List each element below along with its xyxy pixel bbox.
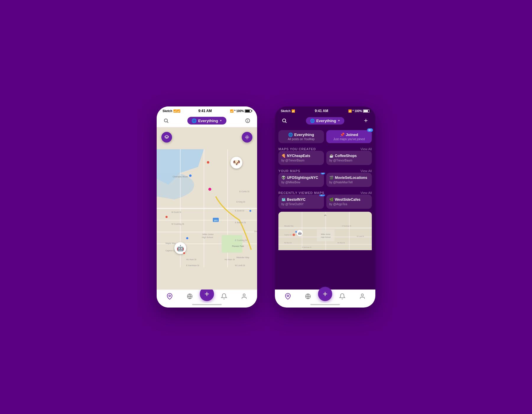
bell-icon	[221, 293, 227, 301]
joined-emoji: 📌	[340, 132, 345, 137]
everything-title: 🌐 Everything	[288, 132, 314, 137]
left-status-bar: Sketch 📶📶 9:41 AM 📶 * 100%	[157, 106, 257, 114]
search-button[interactable]	[161, 116, 171, 125]
westsidecafes-title: 🌿 WestSideCafes	[329, 198, 369, 202]
map-dot-blue-3	[249, 210, 251, 212]
tab-explore[interactable]	[180, 293, 200, 301]
right-tab-profile[interactable]	[352, 293, 372, 301]
nycheapeats-emoji: 🍕	[281, 154, 286, 158]
created-header: MAPS YOU CREATED View All	[278, 147, 372, 151]
right-tab-notifications[interactable]	[332, 293, 352, 301]
map-dot-red-3	[183, 252, 185, 254]
svg-text:🤖: 🤖	[298, 231, 302, 235]
svg-point-37	[246, 136, 249, 139]
svg-text:E Scott St: E Scott St	[235, 210, 244, 212]
svg-point-65	[287, 295, 289, 297]
created-view-all[interactable]: View All	[361, 147, 372, 151]
svg-text:Meander Way: Meander Way	[284, 225, 293, 227]
nycheapeats-title: 🍕 NYCheapEats	[281, 154, 321, 158]
filter-pill-left[interactable]: 🌐 Everything ▼	[187, 117, 226, 124]
right-search-button[interactable]	[280, 116, 289, 125]
recent-header: RECENTLY VIEWED MAPS View All	[278, 191, 372, 195]
filter-label-left: Everything	[198, 119, 218, 123]
movieset-emoji: 🎬	[329, 176, 334, 180]
avatar-dog: 🐶	[231, 157, 242, 169]
right-map-pin-icon	[285, 293, 291, 301]
right-filter-label: Everything	[316, 119, 336, 123]
right-status-bar: Sketch 📶 9:41 AM 📶 * 100%	[275, 106, 375, 114]
svg-point-67	[361, 294, 363, 296]
card-movieset[interactable]: 🎬 MovieSetLocations by @NateManTell	[326, 173, 372, 187]
svg-text:Miller Junior: Miller Junior	[321, 233, 330, 235]
svg-text:Ho Hum St: Ho Hum St	[225, 258, 235, 261]
maps-panel: 🌐 Everything All posts on YouMap 9+ 📌 Jo…	[275, 127, 375, 290]
left-nav-bar: 🌐 Everything ▼	[157, 114, 257, 127]
tab-profile[interactable]	[234, 293, 254, 301]
svg-text:E Marion St: E Marion St	[235, 221, 246, 224]
coffeeshops-sub: by @TrevorBaum	[329, 159, 369, 162]
right-tab-bar: +	[275, 290, 375, 303]
right-tab-map[interactable]	[278, 293, 298, 301]
chevron-down-icon: ▼	[220, 119, 222, 122]
right-globe-icon	[305, 293, 311, 301]
map-view[interactable]: Chehalis River E Curtis St E King St E S…	[157, 127, 257, 290]
expand-chevron-icon: ⌃	[323, 214, 327, 220]
home-indicator-right	[275, 303, 375, 308]
right-plus-icon: +	[323, 289, 327, 299]
svg-text:E Harriman St: E Harriman St	[342, 225, 351, 227]
svg-text:High School: High School	[202, 236, 213, 239]
user-icon	[241, 293, 247, 301]
card-bestofnyc[interactable]: 9+ 🗺️ BestofNYC by @TimeOutNY	[278, 195, 324, 209]
svg-text:Miller Junior: Miller Junior	[202, 233, 214, 235]
your-maps-cards-row: 3 👽 UFOSightingsNYC by @MikeBew 🎬 MovieS…	[278, 173, 372, 187]
maps-created-section: MAPS YOU CREATED View All 🍕 NYCheapEats …	[278, 146, 372, 165]
card-nycheapeats[interactable]: 🍕 NYCheapEats by @TrevorBaum	[278, 151, 324, 165]
right-plus-button[interactable]: +	[361, 116, 371, 125]
right-add-button[interactable]: +	[318, 287, 332, 301]
svg-rect-51	[317, 229, 335, 241]
svg-text:Chehalis River: Chehalis River	[173, 175, 188, 178]
bestofnyc-sub: by @TimeOutNY	[281, 203, 321, 206]
svg-line-1	[167, 122, 168, 122]
svg-rect-13	[222, 235, 242, 253]
svg-text:Meander Way: Meander Way	[236, 256, 249, 259]
svg-point-38	[169, 295, 171, 297]
battery-indicator: 📶 * 100%	[230, 109, 251, 113]
svg-point-64	[295, 231, 297, 233]
left-tab-bar: +	[157, 290, 257, 303]
card-ufo[interactable]: 3 👽 UFOSightingsNYC by @MikeBew	[278, 173, 324, 187]
map-dot-blue-2	[186, 237, 188, 239]
svg-point-40	[243, 294, 245, 296]
signal-indicator: Sketch 📶📶	[163, 109, 180, 113]
filter-everything[interactable]: 🌐 Everything All posts on YouMap	[278, 130, 324, 143]
right-filter-pill[interactable]: 🌐 Everything ▼	[306, 117, 344, 124]
svg-text:W Cushing St: W Cushing St	[171, 223, 184, 225]
your-maps-view-all[interactable]: View All	[361, 169, 372, 173]
bestofnyc-badge: 9+	[319, 195, 325, 196]
layers-button[interactable]	[161, 132, 172, 143]
tab-notifications[interactable]	[214, 293, 234, 301]
info-button[interactable]	[243, 116, 252, 125]
westsidecafes-sub: by @ArgoTea	[329, 203, 369, 206]
created-cards-row: 🍕 NYCheapEats by @TrevorBaum ☕ CoffeeSho…	[278, 151, 372, 165]
everything-sub: All posts on YouMap	[288, 138, 315, 141]
map-dot-red-1	[207, 161, 209, 164]
time-display: 9:41 AM	[198, 109, 212, 113]
recent-view-all[interactable]: View All	[361, 191, 372, 195]
right-globe-emoji: 🌐	[310, 119, 315, 123]
movieset-title: 🎬 MovieSetLocations	[329, 176, 369, 180]
right-signal: Sketch 📶	[281, 109, 295, 113]
your-maps-section: YOUR MAPS View All 3 👽 UFOSightingsNYC b…	[278, 168, 372, 187]
filter-joined[interactable]: 9+ 📌 Joined Just maps you've joined	[326, 130, 372, 143]
card-coffeeshops[interactable]: ☕ CoffeeShops by @TrevorBaum	[326, 151, 372, 165]
recent-cards-row: 9+ 🗺️ BestofNYC by @TimeOutNY 🌿 WestSide…	[278, 195, 372, 209]
card-westsidecafes[interactable]: 🌿 WestSideCafes by @ArgoTea	[326, 195, 372, 209]
bestofnyc-title: 🗺️ BestofNYC	[281, 198, 321, 202]
right-chevron-icon: ▼	[338, 119, 340, 122]
home-indicator-left	[157, 303, 257, 308]
tab-map[interactable]	[160, 293, 180, 301]
svg-text:E Harriman St: E Harriman St	[186, 264, 199, 266]
location-button[interactable]	[242, 132, 252, 143]
mini-map[interactable]: ⌃ Miller Junior High School Meander Way …	[278, 212, 372, 250]
right-tab-explore[interactable]	[298, 293, 318, 301]
